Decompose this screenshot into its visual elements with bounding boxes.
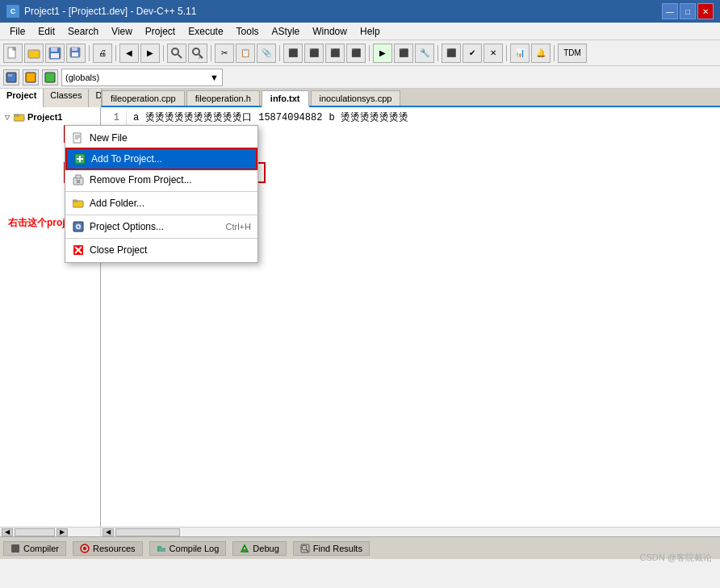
tab-inoculationsys-cpp[interactable]: inoculationsys.cpp (311, 90, 401, 106)
menu-execute[interactable]: Execute (182, 24, 229, 39)
editor-suffix: b 烫烫烫烫烫烫烫 (329, 111, 408, 125)
save-all-btn[interactable] (66, 44, 86, 63)
status-tab-debug-label: Debug (253, 544, 278, 553)
context-menu: New File Add To Project... Remove From P… (65, 125, 258, 263)
menu-tools[interactable]: Tools (230, 24, 266, 39)
toolbar-sep-7 (437, 45, 438, 61)
debug-btn[interactable]: 🔧 (415, 44, 434, 63)
svg-point-38 (77, 226, 80, 228)
undo-btn[interactable]: ◀ (119, 44, 139, 63)
left-scroll-thumb[interactable]: ◀ (2, 528, 13, 536)
globals-dropdown[interactable]: (globals) ▼ (61, 69, 223, 86)
status-tab-compiler[interactable]: Compiler (3, 541, 66, 556)
context-remove-from-project[interactable]: Remove From Project... (65, 170, 257, 190)
left-tab-project[interactable]: Project (0, 89, 44, 107)
menu-window[interactable]: Window (306, 24, 354, 39)
left-scroll-bar[interactable] (15, 528, 55, 536)
maximize-btn[interactable]: □ (680, 3, 696, 19)
tree-root[interactable]: ▽ Project1 (3, 111, 97, 123)
editor-tabs: fileoperation.cpp fileoperation.h info.t… (101, 89, 720, 107)
svg-line-50 (306, 549, 308, 552)
context-add-to-project-label: Add To Project... (91, 153, 162, 165)
horizontal-scrollbar[interactable]: ◀ ▶ ◀ (0, 527, 720, 536)
toolbar-sep-2 (115, 45, 116, 61)
context-add-to-project[interactable]: Add To Project... (65, 148, 257, 170)
paste-btn[interactable]: 📎 (257, 44, 276, 63)
compile-btn[interactable]: ▶ (373, 44, 392, 63)
status-tabs-bar: Compiler Resources Compile Log Debug Fin… (0, 536, 720, 559)
tree-expand-root[interactable]: ▽ (3, 113, 11, 121)
context-add-folder[interactable]: Add Folder... (65, 194, 257, 213)
context-new-file-label: New File (90, 132, 128, 144)
editor-scroll: ◀ (101, 528, 720, 536)
dropdown-arrow: ▼ (210, 73, 219, 82)
indent-btn[interactable]: ⬛ (283, 44, 303, 63)
title-bar: C Project1 - [Project1.dev] - Dev-C++ 5.… (0, 0, 720, 23)
right-scroll-thumb[interactable]: ▶ (57, 528, 68, 536)
toolbar-sep-9 (554, 45, 555, 61)
tab-info-txt[interactable]: info.txt (262, 90, 309, 107)
copy-btn[interactable]: 📋 (236, 44, 255, 63)
tabs-and-left-tabs: Project Classes Debug fileoperation.cpp … (0, 89, 720, 107)
toolbar2-btn3[interactable] (42, 69, 58, 85)
context-separator-1 (65, 191, 257, 192)
editor-row-1: 1 a 烫烫烫烫烫烫烫烫烫烫口 15874094882 b 烫烫烫烫烫烫烫 (107, 111, 714, 125)
menu-help[interactable]: Help (354, 24, 387, 39)
context-new-file[interactable]: New File (65, 128, 257, 148)
status-tab-resources[interactable]: Resources (73, 541, 143, 556)
menu-search[interactable]: Search (61, 24, 105, 39)
remove-from-project-icon (72, 173, 85, 186)
redo-btn[interactable]: ▶ (140, 44, 160, 63)
find-replace-btn[interactable]: A (188, 44, 207, 63)
left-scroll: ◀ ▶ (0, 528, 101, 536)
open-btn[interactable] (24, 44, 44, 63)
comment-btn[interactable]: ⬛ (346, 44, 366, 63)
status-tab-debug[interactable]: Debug (232, 541, 286, 556)
status-tab-findresults[interactable]: Find Results (293, 541, 370, 556)
context-close-project[interactable]: Close Project (65, 240, 257, 260)
cut-btn[interactable]: ✂ (215, 44, 234, 63)
status-tab-compilelog[interactable]: Compile Log (149, 541, 227, 556)
add-folder-icon (72, 197, 85, 210)
tdm-btn[interactable]: TDM (558, 44, 587, 63)
status-tab-compiler-label: Compiler (23, 544, 59, 553)
run-btn[interactable]: ⬛ (394, 44, 413, 63)
find-btn[interactable] (167, 44, 186, 63)
toolbar-sep-4 (211, 45, 211, 61)
unindent-btn[interactable]: ⬛ (304, 44, 324, 63)
globals-label: (globals) (65, 73, 99, 82)
minimize-btn[interactable]: — (662, 3, 678, 19)
resources-icon (80, 544, 90, 553)
stop-btn[interactable]: ✕ (483, 44, 503, 63)
tab-fileoperation-cpp[interactable]: fileoperation.cpp (102, 90, 185, 106)
toolbar-secondary: (globals) ▼ (0, 66, 720, 89)
save-btn[interactable] (45, 44, 65, 63)
menu-project[interactable]: Project (139, 24, 182, 39)
close-btn[interactable]: ✕ (697, 3, 714, 19)
new-btn[interactable] (3, 44, 23, 63)
profile-btn[interactable]: ⬛ (442, 44, 461, 63)
chart-btn[interactable]: 📊 (510, 44, 530, 63)
tab-fileoperation-h[interactable]: fileoperation.h (186, 90, 260, 106)
svg-rect-11 (72, 52, 78, 56)
editor-scroll-bar[interactable] (115, 528, 180, 536)
toggle-btn[interactable]: ⬛ (325, 44, 345, 63)
print-btn[interactable]: 🖨 (93, 44, 112, 63)
toolbar2-btn2[interactable] (23, 69, 39, 85)
status-tab-findresults-label: Find Results (313, 544, 362, 553)
editor-scroll-left[interactable]: ◀ (103, 528, 114, 536)
context-add-folder-label: Add Folder... (90, 198, 144, 209)
svg-rect-20 (45, 73, 55, 82)
menu-astyle[interactable]: AStyle (266, 24, 307, 39)
bell-btn[interactable]: 🔔 (531, 44, 550, 63)
context-project-options[interactable]: Project Options... Ctrl+H (65, 217, 257, 236)
menu-edit[interactable]: Edit (31, 24, 61, 39)
menu-file[interactable]: File (3, 24, 31, 39)
toolbar2-btn1[interactable] (3, 69, 19, 85)
left-tab-classes[interactable]: Classes (44, 89, 89, 107)
check-btn[interactable]: ✔ (463, 44, 482, 63)
watermark: CSDN @客院截论 (640, 552, 712, 564)
left-tabs: Project Classes Debug (0, 89, 101, 107)
menu-view[interactable]: View (105, 24, 139, 39)
close-project-icon (72, 244, 85, 256)
